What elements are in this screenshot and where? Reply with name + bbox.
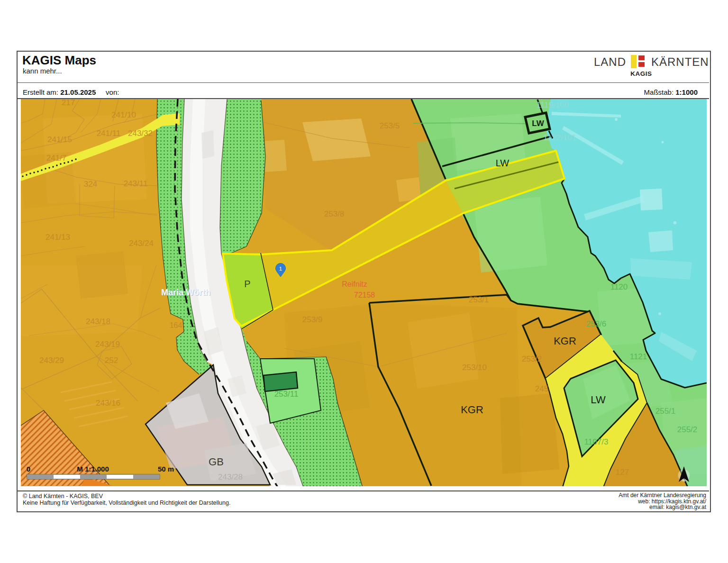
svg-text:253/10: 253/10 (462, 363, 487, 372)
svg-text:1: 1 (279, 266, 282, 272)
svg-text:LW: LW (532, 119, 544, 128)
svg-text:P: P (244, 279, 250, 289)
svg-text:255/1: 255/1 (655, 407, 676, 416)
svg-text:KGR: KGR (461, 404, 483, 416)
svg-text:253/11: 253/11 (274, 390, 299, 399)
svg-text:0: 0 (27, 465, 30, 473)
svg-text:KGR: KGR (554, 335, 576, 347)
svg-text:253/9: 253/9 (302, 315, 323, 324)
svg-text:241/13: 241/13 (46, 233, 70, 242)
svg-text:253/2: 253/2 (522, 354, 542, 363)
svg-text:217: 217 (62, 99, 75, 107)
svg-text:243/24: 243/24 (129, 239, 154, 248)
svg-text:241/7: 241/7 (46, 154, 67, 163)
svg-text:Maria Wörth: Maria Wörth (161, 288, 210, 297)
svg-text:243/18: 243/18 (86, 317, 110, 326)
svg-text:255/2: 255/2 (677, 425, 698, 434)
svg-text:241/10: 241/10 (111, 110, 136, 119)
svg-text:252: 252 (105, 356, 118, 365)
svg-text:1107/3: 1107/3 (584, 437, 609, 446)
svg-text:GB: GB (209, 456, 224, 468)
svg-text:245: 245 (535, 384, 548, 393)
svg-text:253/1: 253/1 (469, 295, 489, 304)
svg-text:241/15: 241/15 (47, 135, 72, 144)
svg-text:M 1:1.000: M 1:1.000 (77, 465, 109, 473)
svg-text:50 m: 50 m (158, 465, 174, 473)
svg-text:1121: 1121 (630, 352, 647, 361)
svg-text:LW: LW (496, 158, 510, 168)
svg-text:243/32: 243/32 (128, 129, 153, 138)
svg-text:243/11: 243/11 (124, 179, 148, 188)
svg-text:241/11: 241/11 (97, 129, 121, 138)
svg-text:1122/101: 1122/101 (543, 133, 576, 142)
svg-text:253/6: 253/6 (586, 319, 607, 328)
svg-text:253/8: 253/8 (324, 209, 345, 218)
svg-text:324: 324 (84, 180, 97, 189)
svg-text:LW: LW (591, 394, 606, 406)
svg-text:1119/100: 1119/100 (537, 100, 569, 109)
svg-text:127: 127 (616, 468, 629, 477)
svg-text:243/19: 243/19 (95, 340, 120, 349)
svg-text:Reifnitz: Reifnitz (342, 280, 367, 288)
svg-text:164: 164 (170, 321, 182, 329)
svg-text:1120: 1120 (610, 282, 628, 291)
svg-text:72158: 72158 (354, 291, 375, 299)
svg-text:243/29: 243/29 (39, 356, 64, 365)
svg-text:243/28: 243/28 (218, 472, 243, 481)
svg-text:243/16: 243/16 (96, 399, 120, 408)
svg-text:253/5: 253/5 (380, 121, 400, 130)
svg-text:N: N (682, 479, 685, 482)
